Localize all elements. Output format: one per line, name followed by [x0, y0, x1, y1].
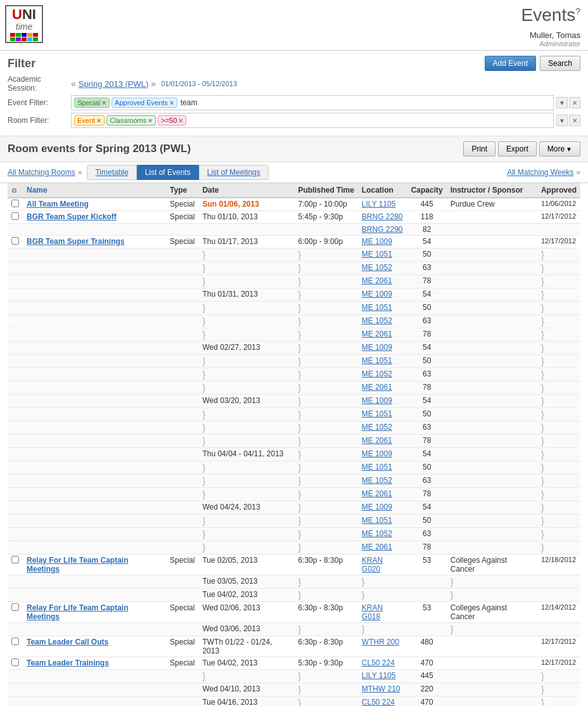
- page-actions: Print Export More ▼: [463, 141, 580, 157]
- sub-instructor: [447, 224, 537, 236]
- chip-50: >=50 ✕: [158, 115, 186, 125]
- row-checkbox-cell: [8, 236, 23, 248]
- sub-location-link[interactable]: MTHW 210: [362, 684, 400, 693]
- room-filter-dropdown[interactable]: ▼: [556, 115, 568, 126]
- event-location-link[interactable]: BRNG 2280: [362, 212, 403, 221]
- table-row: Relay For Life Team Captain Meetings Spe…: [8, 555, 580, 575]
- event-name-cell: BGR Team Super Trainings: [23, 236, 166, 248]
- sub-location-link[interactable]: CL50 224: [362, 698, 395, 706]
- sub-location-link[interactable]: ME 2061: [362, 436, 392, 445]
- search-button[interactable]: Search: [540, 56, 580, 71]
- event-name-link[interactable]: Team Leader Trainings: [27, 658, 109, 667]
- sub-location-link[interactable]: ME 2061: [362, 542, 392, 551]
- event-location-link[interactable]: LILY 1105: [362, 200, 396, 209]
- sub-location-link[interactable]: ME 2061: [362, 276, 392, 285]
- sub-location-link[interactable]: ME 1052: [362, 529, 392, 538]
- sub-location-link[interactable]: ME 1009: [362, 290, 392, 298]
- sub-location-link[interactable]: ME 1009: [362, 503, 392, 511]
- session-prev[interactable]: «: [71, 79, 76, 89]
- table-row: } } ME 2061 78}: [8, 328, 580, 342]
- tab-list-of-meetings[interactable]: List of Meetings: [199, 165, 269, 180]
- sub-location-link[interactable]: ME 1052: [362, 423, 392, 432]
- table-row: } } ME 1051 50}: [8, 515, 580, 528]
- sub-capacity: 82: [407, 224, 447, 236]
- session-next[interactable]: »: [151, 79, 156, 89]
- event-name-link[interactable]: BGR Team Super Kickoff: [27, 212, 117, 221]
- session-name[interactable]: Spring 2013 (PWL): [79, 79, 149, 89]
- sub-location-link[interactable]: ME 1051: [362, 463, 392, 472]
- sub-location-link[interactable]: ME 2061: [362, 489, 392, 498]
- sub-location-link[interactable]: LILY 1105: [362, 671, 396, 680]
- sub-location-link[interactable]: ME 1051: [362, 250, 392, 259]
- export-button-top[interactable]: Export: [498, 141, 537, 157]
- row-checkbox[interactable]: [11, 638, 19, 645]
- page-title-bar: Room events for Spring 2013 (PWL) Print …: [0, 136, 588, 162]
- logo-time-text: time: [16, 22, 32, 32]
- event-location-link[interactable]: KRAN G020: [362, 556, 383, 574]
- table-row: Wed 04/10, 2013 } MTHW 210 220}: [8, 683, 580, 696]
- add-event-button-top[interactable]: Add Event: [485, 56, 536, 71]
- tab-timetable[interactable]: Timetable: [87, 165, 136, 180]
- chip-classrooms: Classrooms ✕: [106, 115, 156, 125]
- table-row: Thu 04/04 - 04/11, 2013 } ME 1009 54}: [8, 448, 580, 461]
- table-row: } } LILY 1105 445}: [8, 670, 580, 683]
- sub-location-link[interactable]: ME 1051: [362, 356, 392, 365]
- chip-50-remove[interactable]: ✕: [178, 117, 183, 124]
- tab-list-of-events[interactable]: List of Events: [137, 165, 199, 180]
- row-checkbox[interactable]: [11, 237, 19, 245]
- th-name[interactable]: Name: [23, 183, 166, 198]
- event-name-link[interactable]: All Team Meeting: [27, 200, 89, 209]
- event-filter-label: Event Filter:: [8, 98, 71, 107]
- sub-location-link[interactable]: ME 1051: [362, 303, 392, 312]
- sub-location-link[interactable]: ME 1052: [362, 476, 392, 485]
- event-location-link[interactable]: WTHR 200: [362, 638, 399, 646]
- event-name-link[interactable]: BGR Team Super Trainings: [27, 237, 124, 246]
- event-name-cell: All Team Meeting: [23, 198, 166, 211]
- sub-time: [294, 224, 357, 236]
- th-checkbox: ⊙: [8, 183, 23, 198]
- event-instructor-cell: [447, 211, 537, 224]
- chip-classrooms-remove[interactable]: ✕: [148, 117, 153, 124]
- chip-approved-remove[interactable]: ✕: [169, 99, 174, 106]
- sub-location-link[interactable]: ME 2061: [362, 330, 392, 338]
- matching-weeks-text[interactable]: All Matching Weeks: [507, 168, 573, 177]
- chip-special-remove[interactable]: ✕: [101, 99, 106, 106]
- sub-location-link[interactable]: ME 1051: [362, 516, 392, 525]
- chip-event-remove[interactable]: ✕: [96, 117, 101, 124]
- sub-location-link[interactable]: ME 2061: [362, 383, 392, 392]
- event-type-cell: Special: [166, 198, 198, 211]
- row-checkbox[interactable]: [11, 200, 19, 207]
- sub-location-link[interactable]: ME 1009: [362, 449, 392, 458]
- more-button-top[interactable]: More ▼: [539, 141, 580, 157]
- sub-location-link[interactable]: ME 1052: [362, 316, 392, 325]
- sub-location-link[interactable]: ME 1009: [362, 396, 392, 405]
- row-checkbox[interactable]: [11, 658, 19, 666]
- sub-location-link[interactable]: ME 1052: [362, 263, 392, 272]
- sub-location-link[interactable]: ME 1052: [362, 369, 392, 378]
- row-checkbox[interactable]: [11, 556, 19, 563]
- print-button-top[interactable]: Print: [463, 141, 495, 157]
- table-row: } } ME 2061 78}: [8, 435, 580, 448]
- sub-location-link[interactable]: ME 1051: [362, 409, 392, 418]
- row-checkbox[interactable]: [11, 212, 19, 220]
- table-row: } } ME 1051 50}: [8, 355, 580, 368]
- event-location-link[interactable]: KRAN G018: [362, 603, 383, 621]
- table-header-row: ⊙ Name Type Date Published Time Location…: [8, 183, 580, 198]
- th-approved: Approved: [537, 183, 580, 198]
- matching-weeks: All Matching Weeks »: [507, 168, 580, 177]
- event-name-link[interactable]: Team Leader Call Outs: [27, 638, 108, 646]
- row-checkbox[interactable]: [11, 603, 19, 611]
- table-row: BRNG 2290 82: [8, 224, 580, 236]
- sub-location-link[interactable]: ME 1009: [362, 343, 392, 352]
- event-location-link[interactable]: CL50 224: [362, 658, 395, 667]
- sub-location-link[interactable]: BRNG 2290: [362, 225, 403, 234]
- event-location-link[interactable]: ME 1009: [362, 237, 392, 246]
- event-name-link[interactable]: Relay For Life Team Captain Meetings: [27, 603, 128, 621]
- room-filter-clear[interactable]: ✕: [569, 115, 580, 126]
- event-filter-clear[interactable]: ✕: [569, 97, 580, 108]
- event-name-link[interactable]: Relay For Life Team Captain Meetings: [27, 556, 128, 574]
- event-filter-dropdown[interactable]: ▼: [556, 97, 568, 108]
- matching-rooms-text[interactable]: All Matching Rooms: [8, 168, 75, 177]
- table-row: } } ME 1052 63}: [8, 315, 580, 328]
- filter-header: Filter Add Event Search: [8, 56, 580, 71]
